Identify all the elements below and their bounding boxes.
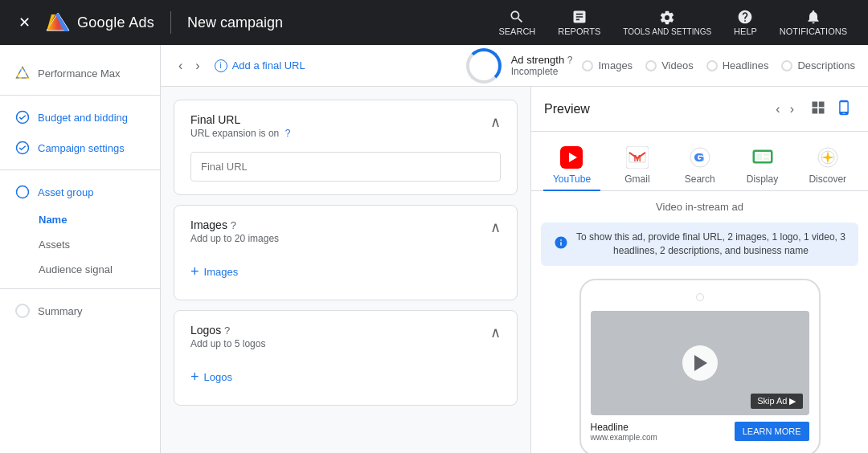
prev-arrow-button[interactable]: ‹ bbox=[174, 54, 187, 78]
info-icon: i bbox=[215, 59, 227, 72]
ad-strength-help-icon[interactable]: ? bbox=[567, 55, 573, 66]
tab-gmail[interactable]: M Gmail bbox=[612, 141, 663, 191]
preview-info-box: To show this ad, provide final URL, 2 im… bbox=[541, 222, 858, 266]
svg-text:M: M bbox=[633, 153, 641, 163]
next-arrow-button[interactable]: › bbox=[190, 54, 204, 78]
reports-nav-button[interactable]: REPORTS bbox=[550, 6, 608, 39]
learn-more-button[interactable]: LEARN MORE bbox=[735, 422, 809, 441]
logos-subtitle: Add up to 5 logos bbox=[190, 338, 265, 349]
performance-max-icon bbox=[15, 66, 30, 80]
preview-nav: ‹ › bbox=[772, 96, 855, 121]
help-nav-button[interactable]: HELP bbox=[726, 6, 765, 39]
sidebar-divider-2 bbox=[0, 169, 160, 170]
svg-point-7 bbox=[17, 186, 29, 198]
ad-strength-circle bbox=[466, 48, 502, 84]
plus-icon: + bbox=[190, 263, 199, 280]
preview-next-button[interactable]: › bbox=[787, 99, 797, 120]
logos-card-body: + Logos bbox=[174, 356, 517, 405]
final-url-card-body bbox=[174, 145, 517, 194]
ad-strength-section: Ad strength ? Incomplete bbox=[466, 48, 573, 84]
search-tab-icon: G bbox=[689, 146, 711, 169]
logo-area: Google Ads bbox=[45, 10, 154, 35]
url-info: i Add a final URL bbox=[215, 59, 305, 72]
phone-url: www.example.com bbox=[591, 433, 657, 442]
phone-headline-url: Headline www.example.com bbox=[591, 422, 657, 442]
images-card-body: + Images bbox=[174, 251, 517, 300]
images-radio bbox=[582, 60, 593, 71]
images-card-header: Images ? Add up to 20 images ∧ bbox=[174, 206, 517, 251]
platform-tabs: YouTube M Gmail bbox=[531, 132, 868, 191]
images-asset-button[interactable]: Images bbox=[582, 59, 633, 71]
images-subtitle: Add up to 20 images bbox=[190, 233, 279, 244]
preview-title: Preview bbox=[544, 102, 590, 116]
final-url-input[interactable] bbox=[190, 152, 501, 182]
editor-panel: Final URL URL expansion is on ? ∧ bbox=[161, 87, 530, 453]
gmail-tab-icon: M bbox=[626, 146, 649, 169]
logos-collapse-button[interactable]: ∧ bbox=[490, 324, 501, 341]
images-title: Images ? bbox=[190, 218, 279, 231]
svg-marker-3 bbox=[17, 67, 29, 79]
tab-search[interactable]: G Search bbox=[674, 141, 726, 191]
logos-card-header: Logos ? Add up to 5 logos ∧ bbox=[174, 311, 517, 356]
phone-mockup: Skip Ad ▶ Headline www.example.com LEARN… bbox=[579, 279, 821, 453]
images-card: Images ? Add up to 20 images ∧ + Images bbox=[174, 205, 518, 300]
svg-rect-17 bbox=[764, 153, 769, 156]
nav-arrows: ‹ › bbox=[174, 54, 205, 78]
final-url-card: Final URL URL expansion is on ? ∧ bbox=[174, 100, 518, 195]
content-area: ‹ › i Add a final URL Ad strength ? Inco… bbox=[161, 45, 868, 453]
tab-youtube[interactable]: YouTube bbox=[543, 141, 600, 191]
logos-title: Logos ? bbox=[190, 324, 265, 337]
preview-info-icon bbox=[554, 235, 568, 252]
sidebar-divider-1 bbox=[0, 95, 160, 96]
plus-icon-logos: + bbox=[190, 369, 199, 386]
logos-help-icon[interactable]: ? bbox=[224, 324, 230, 337]
phone-bottom: Headline www.example.com LEARN MORE bbox=[591, 415, 809, 445]
final-url-collapse-button[interactable]: ∧ bbox=[490, 113, 501, 131]
mobile-view-button[interactable] bbox=[833, 96, 855, 121]
tab-display[interactable]: Display bbox=[737, 141, 788, 191]
headlines-asset-button[interactable]: Headlines bbox=[706, 59, 769, 71]
tools-label: TOOLS AND SETTINGS bbox=[623, 27, 711, 36]
display-tab-icon bbox=[751, 146, 774, 169]
ad-strength-value: Incomplete bbox=[511, 66, 573, 77]
videos-asset-button[interactable]: Videos bbox=[645, 59, 694, 71]
tools-settings-nav-button[interactable]: TOOLS AND SETTINGS bbox=[615, 6, 719, 39]
skip-ad-button[interactable]: Skip Ad ▶ bbox=[751, 394, 802, 409]
sidebar-item-budget-bidding[interactable]: Budget and bidding bbox=[0, 102, 160, 133]
descriptions-asset-button[interactable]: Descriptions bbox=[781, 59, 855, 71]
final-url-card-title-area: Final URL URL expansion is on ? bbox=[190, 113, 290, 139]
ad-strength-text: Ad strength ? Incomplete bbox=[511, 54, 573, 77]
asset-buttons: Images Videos Headlines Descriptions bbox=[582, 59, 855, 71]
sidebar-subitem-audience-signal[interactable]: Audience signal bbox=[26, 257, 160, 282]
url-expansion-help-icon[interactable]: ? bbox=[285, 128, 291, 139]
logos-card: Logos ? Add up to 5 logos ∧ + Logos bbox=[174, 310, 518, 406]
preview-prev-button[interactable]: ‹ bbox=[772, 99, 783, 120]
sidebar-item-summary[interactable]: Summary bbox=[0, 296, 160, 326]
notifications-nav-button[interactable]: NOTIFICATIONS bbox=[772, 6, 855, 39]
google-ads-logo-text: Google Ads bbox=[77, 14, 154, 31]
sidebar-subitem-name[interactable]: Name bbox=[26, 207, 160, 232]
two-column-layout: Final URL URL expansion is on ? ∧ bbox=[161, 87, 868, 453]
play-button[interactable] bbox=[682, 345, 718, 381]
search-nav-button[interactable]: SEARCH bbox=[490, 6, 543, 39]
tab-discover[interactable]: Discover bbox=[799, 141, 856, 191]
summary-circle-icon bbox=[15, 304, 30, 318]
sidebar-item-campaign-settings[interactable]: Campaign settings bbox=[0, 133, 160, 163]
asset-group-subitems: Name Assets Audience signal bbox=[0, 207, 160, 282]
svg-marker-4 bbox=[17, 67, 29, 79]
add-images-button[interactable]: + Images bbox=[190, 257, 501, 287]
preview-header: Preview ‹ › bbox=[531, 87, 868, 132]
sub-header: ‹ › i Add a final URL Ad strength ? Inco… bbox=[161, 45, 868, 87]
sidebar-item-asset-group[interactable]: Asset group bbox=[0, 177, 160, 207]
images-collapse-button[interactable]: ∧ bbox=[490, 218, 501, 236]
budget-bidding-check-icon bbox=[15, 110, 30, 124]
grid-view-button[interactable] bbox=[807, 96, 829, 121]
sidebar-item-performance-max[interactable]: Performance Max bbox=[0, 58, 160, 88]
svg-rect-16 bbox=[756, 153, 762, 160]
sidebar-subitem-assets[interactable]: Assets bbox=[26, 232, 160, 257]
images-help-icon[interactable]: ? bbox=[231, 219, 236, 231]
add-logos-button[interactable]: + Logos bbox=[190, 362, 501, 392]
close-button[interactable]: ✕ bbox=[13, 11, 35, 34]
nav-divider bbox=[170, 11, 171, 34]
videos-radio bbox=[645, 60, 657, 71]
